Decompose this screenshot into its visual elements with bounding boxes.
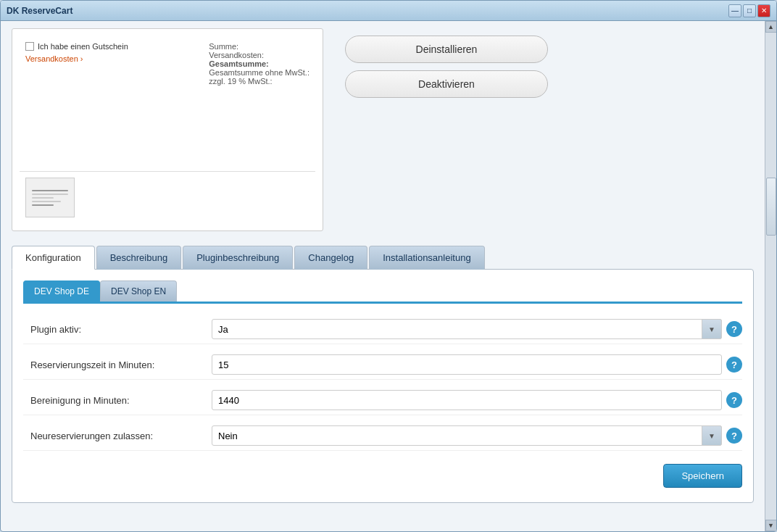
select-neureservierungen[interactable]: Nein Ja	[212, 425, 722, 446]
price-row-versandkosten: Versandkosten:	[209, 51, 309, 59]
input-bereinigung[interactable]	[212, 390, 722, 410]
screenshot-row	[20, 171, 315, 223]
save-button[interactable]: Speichern	[663, 464, 742, 488]
price-row-summe: Summe:	[209, 42, 309, 51]
help-button-plugin-aktiv[interactable]: ?	[726, 321, 742, 337]
window-title: DK ReserveCart	[7, 6, 72, 16]
coupon-checkbox[interactable]	[25, 42, 34, 51]
input-container-bereinigung: ?	[212, 390, 742, 410]
preview-container: Ich habe einen Gutschein Versandkosten ›…	[12, 28, 323, 231]
top-section: Ich habe einen Gutschein Versandkosten ›…	[1, 21, 765, 238]
price-row-mwst: zzgl. 19 % MwSt.:	[209, 77, 309, 86]
input-container-neureservierungen: Nein Ja ▼ ?	[212, 425, 742, 446]
mini-screenshot[interactable]	[25, 178, 75, 217]
tab-changelog[interactable]: Changelog	[294, 246, 367, 270]
help-button-bereinigung[interactable]: ?	[726, 392, 742, 408]
main-window: DK ReserveCart — □ ✕	[0, 0, 777, 532]
mini-lines	[32, 190, 68, 206]
coupon-line: Ich habe einen Gutschein	[25, 42, 128, 51]
price-row-ohne-mwst: Gesamtsumme ohne MwSt.:	[209, 68, 309, 77]
preview-inner: Ich habe einen Gutschein Versandkosten ›…	[12, 29, 323, 230]
maximize-button[interactable]: □	[743, 4, 756, 17]
content-area: Ich habe einen Gutschein Versandkosten ›…	[1, 21, 776, 531]
select-wrapper-plugin-aktiv: Ja Nein ▼	[212, 319, 722, 339]
main-content: Ich habe einen Gutschein Versandkosten ›…	[1, 21, 765, 531]
scroll-up-arrow[interactable]: ▲	[765, 21, 777, 33]
form-row-plugin-aktiv: Plugin aktiv: Ja Nein ▼ ?	[23, 315, 742, 344]
minimize-button[interactable]: —	[728, 4, 741, 17]
scroll-track[interactable]	[765, 33, 776, 520]
deaktivieren-button[interactable]: Deaktivieren	[345, 70, 548, 98]
help-button-reservierungszeit[interactable]: ?	[726, 357, 742, 373]
tab-content: DEV Shop DE DEV Shop EN Plugin aktiv:	[12, 269, 754, 503]
input-container-reservierungszeit: ?	[212, 354, 742, 375]
versandkosten-label: Versandkosten:	[209, 51, 264, 59]
label-plugin-aktiv: Plugin aktiv:	[23, 324, 212, 335]
scrollbar: ▲ ▼	[765, 21, 776, 531]
label-reservierungszeit: Reservierungszeit in Minuten:	[23, 359, 212, 370]
action-buttons-section: Deinstallieren Deaktivieren	[338, 28, 555, 231]
tabs-section: Konfiguration Beschreibung Pluginbeschre…	[12, 246, 754, 503]
shop-tab-de[interactable]: DEV Shop DE	[23, 280, 100, 302]
cart-summary: Ich habe einen Gutschein Versandkosten ›…	[20, 36, 315, 91]
screenshot-spacer	[20, 91, 315, 171]
form-row-neureservierungen: Neureservierungen zulassen: Nein Ja ▼ ?	[23, 421, 742, 451]
mini-line-1	[32, 190, 68, 191]
scroll-down-arrow[interactable]: ▼	[765, 520, 777, 531]
gesamtsumme-label: Gesamtsumme:	[209, 59, 269, 68]
save-btn-row: Speichern	[23, 457, 742, 491]
shop-tabs: DEV Shop DE DEV Shop EN	[23, 280, 742, 304]
price-row-gesamtsumme: Gesamtsumme:	[209, 59, 309, 68]
mini-line-5	[32, 204, 54, 206]
close-button[interactable]: ✕	[757, 4, 770, 17]
mini-line-2	[32, 194, 68, 195]
deinstallieren-button[interactable]: Deinstallieren	[345, 36, 548, 63]
summe-label: Summe:	[209, 42, 238, 51]
scroll-thumb[interactable]	[766, 178, 776, 236]
form-row-reservierungszeit: Reservierungszeit in Minuten: ?	[23, 350, 742, 380]
help-button-neureservierungen[interactable]: ?	[726, 428, 742, 444]
tab-installationsanleitung[interactable]: Installationsanleitung	[369, 246, 484, 270]
tab-beschreibung[interactable]: Beschreibung	[96, 246, 182, 270]
select-wrapper-neureservierungen: Nein Ja ▼	[212, 425, 722, 446]
versandkosten-link[interactable]: Versandkosten ›	[25, 54, 83, 63]
mini-line-3	[32, 197, 54, 199]
label-bereinigung: Bereinigung in Minuten:	[23, 395, 212, 406]
mwst-label: zzgl. 19 % MwSt.:	[209, 77, 272, 86]
form-row-bereinigung: Bereinigung in Minuten: ?	[23, 386, 742, 415]
tab-pluginbeschreibung[interactable]: Pluginbeschreibung	[183, 246, 293, 270]
shop-tab-en[interactable]: DEV Shop EN	[100, 280, 177, 302]
form-section: Plugin aktiv: Ja Nein ▼ ?	[23, 315, 742, 451]
coupon-label: Ich habe einen Gutschein	[38, 42, 128, 51]
input-reservierungszeit[interactable]	[212, 354, 722, 375]
title-bar: DK ReserveCart — □ ✕	[1, 1, 776, 21]
select-plugin-aktiv[interactable]: Ja Nein	[212, 319, 722, 339]
price-table: Summe: Versandkosten: Gesamtsumme:	[209, 42, 309, 86]
window-controls: — □ ✕	[728, 4, 770, 17]
tab-konfiguration[interactable]: Konfiguration	[12, 246, 95, 270]
main-tabs-header: Konfiguration Beschreibung Pluginbeschre…	[12, 246, 754, 270]
mini-line-4	[32, 201, 61, 202]
gesamtsumme-ohne-label: Gesamtsumme ohne MwSt.:	[209, 68, 309, 77]
label-neureservierungen: Neureservierungen zulassen:	[23, 431, 212, 441]
input-container-plugin-aktiv: Ja Nein ▼ ?	[212, 319, 742, 339]
